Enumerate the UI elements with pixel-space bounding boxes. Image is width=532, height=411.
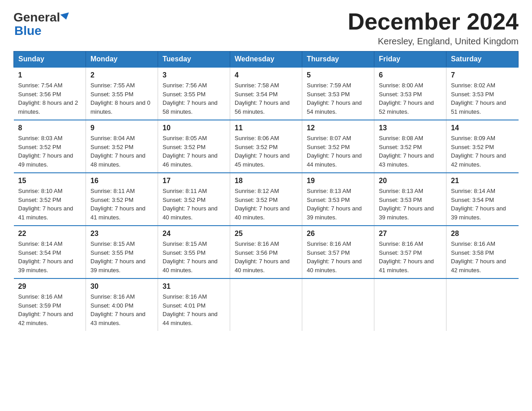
day-info: Sunrise: 8:05 AMSunset: 3:52 PMDaylight:…	[163, 134, 225, 169]
day-info: Sunrise: 8:11 AMSunset: 3:52 PMDaylight:…	[163, 187, 225, 222]
logo-triangle-icon	[60, 12, 71, 21]
day-number: 9	[90, 124, 153, 132]
day-number: 19	[307, 177, 369, 185]
calendar-cell: 17 Sunrise: 8:11 AMSunset: 3:52 PMDaylig…	[158, 173, 230, 226]
day-info: Sunrise: 7:59 AMSunset: 3:53 PMDaylight:…	[307, 81, 369, 116]
calendar-header: Sunday Monday Tuesday Wednesday Thursday…	[14, 51, 519, 68]
day-info: Sunrise: 8:07 AMSunset: 3:52 PMDaylight:…	[307, 134, 369, 169]
calendar-cell: 12 Sunrise: 8:07 AMSunset: 3:52 PMDaylig…	[302, 120, 374, 173]
day-number: 17	[163, 177, 225, 185]
weekday-tuesday: Tuesday	[158, 51, 230, 68]
weekday-wednesday: Wednesday	[230, 51, 302, 68]
day-info: Sunrise: 7:54 AMSunset: 3:56 PMDaylight:…	[18, 81, 82, 116]
calendar-table: Sunday Monday Tuesday Wednesday Thursday…	[13, 51, 519, 331]
day-number: 22	[18, 230, 82, 238]
day-number: 27	[379, 230, 442, 238]
day-number: 24	[163, 230, 225, 238]
day-info: Sunrise: 8:02 AMSunset: 3:53 PMDaylight:…	[451, 81, 514, 116]
day-info: Sunrise: 8:10 AMSunset: 3:52 PMDaylight:…	[18, 187, 82, 222]
calendar-cell: 6 Sunrise: 8:00 AMSunset: 3:53 PMDayligh…	[374, 67, 446, 120]
day-info: Sunrise: 8:16 AMSunset: 3:57 PMDaylight:…	[379, 240, 442, 274]
day-number: 4	[235, 71, 297, 79]
day-info: Sunrise: 8:16 AMSunset: 4:00 PMDaylight:…	[90, 292, 153, 327]
calendar-cell: 30 Sunrise: 8:16 AMSunset: 4:00 PMDaylig…	[86, 278, 158, 331]
day-number: 26	[307, 230, 369, 238]
calendar-cell: 13 Sunrise: 8:08 AMSunset: 3:52 PMDaylig…	[374, 120, 446, 173]
calendar-week-3: 15 Sunrise: 8:10 AMSunset: 3:52 PMDaylig…	[14, 173, 519, 226]
weekday-thursday: Thursday	[302, 51, 374, 68]
calendar-cell: 19 Sunrise: 8:13 AMSunset: 3:53 PMDaylig…	[302, 173, 374, 226]
page-header: General Blue December 2024 Keresley, Eng…	[13, 9, 519, 47]
calendar-cell: 5 Sunrise: 7:59 AMSunset: 3:53 PMDayligh…	[302, 67, 374, 120]
day-number: 11	[235, 124, 297, 132]
logo-line1: General	[13, 11, 70, 24]
day-info: Sunrise: 8:16 AMSunset: 4:01 PMDaylight:…	[163, 292, 225, 327]
calendar-cell: 22 Sunrise: 8:14 AMSunset: 3:54 PMDaylig…	[14, 226, 86, 278]
day-number: 8	[18, 124, 82, 132]
day-info: Sunrise: 8:08 AMSunset: 3:52 PMDaylight:…	[379, 134, 442, 169]
calendar-cell: 3 Sunrise: 7:56 AMSunset: 3:55 PMDayligh…	[158, 67, 230, 120]
day-info: Sunrise: 8:16 AMSunset: 3:57 PMDaylight:…	[307, 240, 369, 274]
day-number: 18	[235, 177, 297, 185]
day-number: 30	[90, 283, 153, 291]
calendar-cell: 29 Sunrise: 8:16 AMSunset: 3:59 PMDaylig…	[14, 278, 86, 331]
day-info: Sunrise: 8:16 AMSunset: 3:58 PMDaylight:…	[451, 240, 514, 274]
day-info: Sunrise: 8:03 AMSunset: 3:52 PMDaylight:…	[18, 134, 82, 169]
calendar-cell: 8 Sunrise: 8:03 AMSunset: 3:52 PMDayligh…	[14, 120, 86, 173]
calendar-cell: 18 Sunrise: 8:12 AMSunset: 3:52 PMDaylig…	[230, 173, 302, 226]
day-info: Sunrise: 8:04 AMSunset: 3:52 PMDaylight:…	[90, 134, 153, 169]
calendar-cell: 16 Sunrise: 8:11 AMSunset: 3:52 PMDaylig…	[86, 173, 158, 226]
weekday-sunday: Sunday	[14, 51, 86, 68]
title-area: December 2024 Keresley, England, United …	[348, 9, 519, 47]
day-number: 7	[451, 71, 514, 79]
calendar-cell	[302, 278, 374, 331]
weekday-saturday: Saturday	[446, 51, 519, 68]
day-number: 28	[451, 230, 514, 238]
day-info: Sunrise: 7:56 AMSunset: 3:55 PMDaylight:…	[163, 81, 225, 116]
day-number: 14	[451, 124, 514, 132]
day-number: 29	[18, 283, 82, 291]
weekday-monday: Monday	[86, 51, 158, 68]
weekday-friday: Friday	[374, 51, 446, 68]
day-info: Sunrise: 8:13 AMSunset: 3:53 PMDaylight:…	[307, 187, 369, 222]
calendar-week-4: 22 Sunrise: 8:14 AMSunset: 3:54 PMDaylig…	[14, 226, 519, 278]
day-number: 16	[90, 177, 153, 185]
logo: General Blue	[13, 11, 70, 37]
day-number: 3	[163, 71, 225, 79]
day-info: Sunrise: 8:06 AMSunset: 3:52 PMDaylight:…	[235, 134, 297, 169]
calendar-cell: 10 Sunrise: 8:05 AMSunset: 3:52 PMDaylig…	[158, 120, 230, 173]
day-info: Sunrise: 8:13 AMSunset: 3:53 PMDaylight:…	[379, 187, 442, 222]
calendar-cell: 15 Sunrise: 8:10 AMSunset: 3:52 PMDaylig…	[14, 173, 86, 226]
day-info: Sunrise: 8:09 AMSunset: 3:52 PMDaylight:…	[451, 134, 514, 169]
day-number: 5	[307, 71, 369, 79]
calendar-cell: 20 Sunrise: 8:13 AMSunset: 3:53 PMDaylig…	[374, 173, 446, 226]
calendar-week-1: 1 Sunrise: 7:54 AMSunset: 3:56 PMDayligh…	[14, 67, 519, 120]
calendar-cell: 11 Sunrise: 8:06 AMSunset: 3:52 PMDaylig…	[230, 120, 302, 173]
calendar-cell: 25 Sunrise: 8:16 AMSunset: 3:56 PMDaylig…	[230, 226, 302, 278]
calendar-cell: 2 Sunrise: 7:55 AMSunset: 3:55 PMDayligh…	[86, 67, 158, 120]
day-number: 6	[379, 71, 442, 79]
calendar-body: 1 Sunrise: 7:54 AMSunset: 3:56 PMDayligh…	[14, 67, 519, 331]
weekday-row: Sunday Monday Tuesday Wednesday Thursday…	[14, 51, 519, 68]
calendar-cell	[446, 278, 519, 331]
calendar-cell: 4 Sunrise: 7:58 AMSunset: 3:54 PMDayligh…	[230, 67, 302, 120]
calendar-cell: 24 Sunrise: 8:15 AMSunset: 3:55 PMDaylig…	[158, 226, 230, 278]
calendar-cell: 28 Sunrise: 8:16 AMSunset: 3:58 PMDaylig…	[446, 226, 519, 278]
day-number: 31	[163, 283, 225, 291]
day-number: 21	[451, 177, 514, 185]
calendar-week-5: 29 Sunrise: 8:16 AMSunset: 3:59 PMDaylig…	[14, 278, 519, 331]
day-number: 15	[18, 177, 82, 185]
day-info: Sunrise: 7:58 AMSunset: 3:54 PMDaylight:…	[235, 81, 297, 116]
calendar-cell: 7 Sunrise: 8:02 AMSunset: 3:53 PMDayligh…	[446, 67, 519, 120]
calendar-cell: 26 Sunrise: 8:16 AMSunset: 3:57 PMDaylig…	[302, 226, 374, 278]
day-info: Sunrise: 8:14 AMSunset: 3:54 PMDaylight:…	[18, 240, 82, 274]
month-title: December 2024	[348, 9, 519, 34]
day-info: Sunrise: 8:16 AMSunset: 3:56 PMDaylight:…	[235, 240, 297, 274]
day-number: 2	[90, 71, 153, 79]
day-info: Sunrise: 8:15 AMSunset: 3:55 PMDaylight:…	[90, 240, 153, 274]
day-number: 23	[90, 230, 153, 238]
day-info: Sunrise: 8:11 AMSunset: 3:52 PMDaylight:…	[90, 187, 153, 222]
day-number: 20	[379, 177, 442, 185]
calendar-cell: 27 Sunrise: 8:16 AMSunset: 3:57 PMDaylig…	[374, 226, 446, 278]
calendar-cell	[374, 278, 446, 331]
